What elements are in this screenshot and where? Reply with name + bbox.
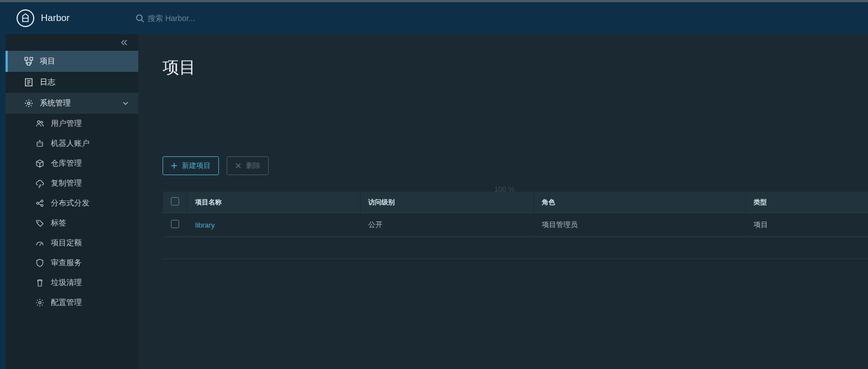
- search-icon: [135, 14, 148, 23]
- sidebar-sub-label: 配置管理: [51, 298, 82, 308]
- sidebar-sub-label: 机器人账户: [51, 139, 90, 149]
- collapse-row: [6, 34, 138, 51]
- main: 项目 新建项目 删除 100 % 项目名称 访问级别 角色: [138, 34, 868, 369]
- svg-point-23: [41, 200, 43, 202]
- sidebar-sub-label: 审查服务: [51, 258, 82, 268]
- search-wrap: [124, 14, 868, 23]
- sidebar-item-label: 日志: [40, 77, 55, 87]
- sidebar-sub-label: 垃圾清理: [51, 278, 82, 288]
- close-icon: [235, 162, 242, 169]
- svg-point-14: [28, 102, 30, 104]
- svg-rect-5: [28, 62, 30, 65]
- layout: 项目 日志 系统管理 用户管理 机器人账户: [0, 34, 868, 369]
- sidebar-sub-quotas[interactable]: 项目定额: [6, 233, 138, 253]
- sidebar-sub-label: 标签: [51, 218, 66, 228]
- header: Harbor: [0, 2, 868, 34]
- svg-line-26: [39, 204, 41, 205]
- sidebar-sub-robots[interactable]: 机器人账户: [6, 134, 138, 154]
- plus-icon: [171, 162, 177, 169]
- col-role[interactable]: 角色: [534, 192, 745, 213]
- cell-role: 项目管理员: [534, 213, 745, 237]
- svg-point-22: [36, 202, 39, 204]
- search-input[interactable]: [148, 14, 369, 23]
- sidebar-sub-registries[interactable]: 仓库管理: [6, 154, 138, 173]
- zoom-overlay: 100 %: [494, 185, 515, 193]
- projects-icon: [24, 57, 33, 66]
- sidebar-sub-label: 用户管理: [51, 119, 82, 129]
- sidebar-sub-label: 复制管理: [51, 178, 82, 188]
- svg-rect-17: [37, 142, 43, 146]
- svg-point-19: [39, 140, 40, 141]
- svg-line-2: [142, 20, 144, 22]
- tag-icon: [35, 219, 44, 228]
- harbor-logo-icon: [17, 9, 34, 27]
- cell-type: 项目: [745, 213, 868, 237]
- svg-point-21: [40, 143, 41, 144]
- trash-icon: [35, 278, 44, 287]
- svg-point-27: [38, 222, 39, 223]
- sidebar-item-logs[interactable]: 日志: [6, 72, 138, 93]
- delete-button: 删除: [227, 156, 269, 175]
- svg-point-30: [39, 302, 41, 304]
- cloud-sync-icon: [35, 179, 44, 188]
- logs-icon: [24, 78, 33, 87]
- gear-icon: [24, 99, 33, 108]
- table-header-row: 项目名称 访问级别 角色 类型: [163, 192, 869, 213]
- button-label: 新建项目: [182, 161, 211, 171]
- svg-rect-4: [30, 57, 33, 60]
- users-icon: [35, 119, 44, 128]
- robot-icon: [35, 139, 44, 148]
- sidebar-sub-label: 分布式分发: [51, 198, 90, 208]
- table-wrap: 100 % 项目名称 访问级别 角色 类型 library 公开: [163, 192, 868, 259]
- nav: 项目 日志 系统管理 用户管理 机器人账户: [6, 51, 138, 313]
- svg-point-20: [38, 143, 39, 144]
- gauge-icon: [35, 239, 44, 247]
- sidebar-section-label: 系统管理: [40, 98, 71, 108]
- sidebar-sub-label: 项目定额: [51, 238, 82, 248]
- button-label: 删除: [246, 161, 260, 171]
- sidebar-item-label: 项目: [40, 56, 55, 66]
- collapse-icon[interactable]: [121, 39, 128, 46]
- project-link[interactable]: library: [195, 221, 215, 229]
- svg-point-29: [39, 245, 40, 246]
- table-row[interactable]: library 公开 项目管理员 项目: [163, 213, 869, 237]
- col-type[interactable]: 类型: [745, 192, 868, 213]
- projects-table: 项目名称 访问级别 角色 类型 library 公开 项目管理员 项目: [163, 192, 868, 259]
- row-checkbox[interactable]: [171, 220, 179, 228]
- sidebar-section-admin[interactable]: 系统管理: [6, 93, 138, 114]
- svg-point-16: [41, 122, 43, 124]
- cell-access: 公开: [360, 213, 534, 237]
- sidebar-sub-replication[interactable]: 复制管理: [6, 173, 138, 193]
- svg-point-1: [137, 15, 142, 20]
- sidebar-item-projects[interactable]: 项目: [6, 51, 138, 72]
- chevron-down-icon: [122, 99, 129, 107]
- brand: Harbor: [17, 9, 124, 27]
- left-gutter: [0, 34, 6, 369]
- svg-rect-3: [25, 57, 28, 60]
- sidebar-sub-distribution[interactable]: 分布式分发: [6, 193, 138, 213]
- cube-icon: [35, 159, 44, 168]
- settings-icon: [35, 298, 44, 307]
- sidebar-sub-label: 仓库管理: [51, 159, 82, 168]
- sidebar-sub-labels[interactable]: 标签: [6, 213, 138, 233]
- svg-point-15: [38, 121, 40, 124]
- svg-point-24: [41, 204, 43, 207]
- brand-name: Harbor: [41, 13, 70, 24]
- page-title: 项目: [163, 56, 868, 79]
- sidebar-sub-users[interactable]: 用户管理: [6, 114, 138, 134]
- sidebar-sub-config[interactable]: 配置管理: [6, 293, 138, 313]
- col-access[interactable]: 访问级别: [360, 192, 534, 213]
- sidebar-sub-gc[interactable]: 垃圾清理: [6, 273, 138, 293]
- col-name[interactable]: 项目名称: [187, 192, 360, 213]
- shield-icon: [35, 259, 44, 267]
- sidebar-sub-interrogation[interactable]: 审查服务: [6, 253, 138, 273]
- table-spacer: [163, 237, 869, 259]
- sidebar: 项目 日志 系统管理 用户管理 机器人账户: [6, 34, 138, 369]
- select-all-checkbox[interactable]: [171, 197, 179, 205]
- share-icon: [35, 199, 44, 208]
- action-bar: 新建项目 删除: [163, 156, 868, 175]
- new-project-button[interactable]: 新建项目: [163, 156, 219, 175]
- svg-line-25: [39, 202, 41, 203]
